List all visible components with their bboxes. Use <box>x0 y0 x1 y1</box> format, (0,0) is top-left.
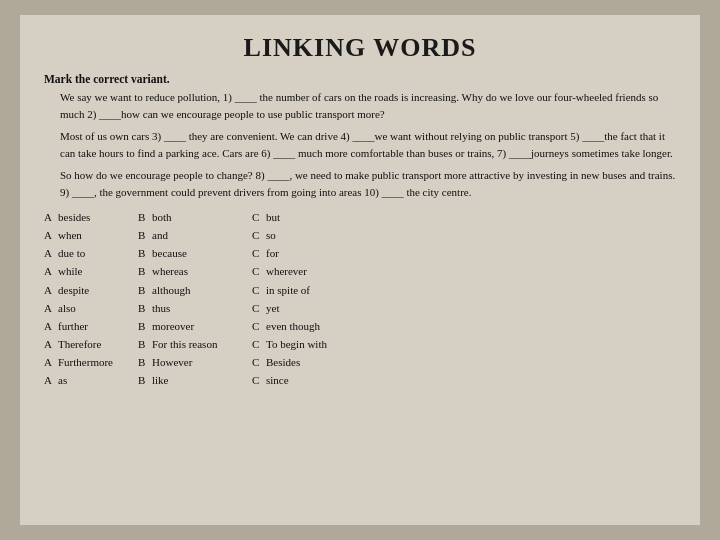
col-c-word: in spite of <box>266 281 330 299</box>
col-a-word: also <box>58 299 138 317</box>
col-b-label: B <box>138 335 152 353</box>
col-c-label: C <box>252 281 266 299</box>
col-c-word: but <box>266 208 330 226</box>
col-a-label: A <box>44 299 58 317</box>
col-b-label: B <box>138 299 152 317</box>
col-a-word: despite <box>58 281 138 299</box>
col-c-label: C <box>252 226 266 244</box>
col-b-word: like <box>152 371 252 389</box>
col-c-word: To begin with <box>266 335 330 353</box>
col-b-word: because <box>152 244 252 262</box>
col-c-label: C <box>252 299 266 317</box>
vocab-row: AdespiteBalthoughCin spite of <box>44 281 330 299</box>
col-a-word: as <box>58 371 138 389</box>
col-c-word: Besides <box>266 353 330 371</box>
col-b-label: B <box>138 281 152 299</box>
vocab-row: Adue toBbecauseCfor <box>44 244 330 262</box>
col-b-label: B <box>138 262 152 280</box>
col-c-word: for <box>266 244 330 262</box>
col-b-word: moreover <box>152 317 252 335</box>
page-title: LINKING WORDS <box>44 33 676 63</box>
col-c-word: wherever <box>266 262 330 280</box>
col-a-word: besides <box>58 208 138 226</box>
col-a-word: while <box>58 262 138 280</box>
col-c-word: yet <box>266 299 330 317</box>
col-a-label: A <box>44 371 58 389</box>
col-a-label: A <box>44 281 58 299</box>
col-c-word: since <box>266 371 330 389</box>
col-a-word: Furthermore <box>58 353 138 371</box>
col-c-label: C <box>252 335 266 353</box>
col-c-label: C <box>252 262 266 280</box>
col-c-label: C <box>252 371 266 389</box>
col-c-word: so <box>266 226 330 244</box>
col-b-label: B <box>138 371 152 389</box>
col-b-word: whereas <box>152 262 252 280</box>
col-c-word: even though <box>266 317 330 335</box>
col-b-word: However <box>152 353 252 371</box>
col-c-label: C <box>252 317 266 335</box>
col-c-label: C <box>252 244 266 262</box>
col-b-label: B <box>138 244 152 262</box>
col-a-label: A <box>44 353 58 371</box>
paragraph-2: Most of us own cars 3) ____ they are con… <box>44 128 676 161</box>
col-a-label: A <box>44 226 58 244</box>
vocab-row: AwhileBwhereasCwherever <box>44 262 330 280</box>
col-a-label: A <box>44 244 58 262</box>
vocab-row: AbesidesBbothCbut <box>44 208 330 226</box>
vocab-row: AasBlikeCsince <box>44 371 330 389</box>
vocab-row: AThereforeBFor this reasonCTo begin with <box>44 335 330 353</box>
vocab-row: AwhenBandCso <box>44 226 330 244</box>
col-b-word: and <box>152 226 252 244</box>
vocab-row: AfurtherBmoreoverCeven though <box>44 317 330 335</box>
col-a-label: A <box>44 335 58 353</box>
instruction-text: Mark the correct variant. <box>44 73 676 85</box>
col-b-label: B <box>138 226 152 244</box>
col-c-label: C <box>252 208 266 226</box>
col-c-label: C <box>252 353 266 371</box>
col-b-label: B <box>138 317 152 335</box>
col-a-word: Therefore <box>58 335 138 353</box>
col-b-word: both <box>152 208 252 226</box>
paragraph-3: So how do we encourage people to change?… <box>44 167 676 200</box>
col-a-word: due to <box>58 244 138 262</box>
col-b-word: thus <box>152 299 252 317</box>
vocab-table: AbesidesBbothCbutAwhenBandCsoAdue toBbec… <box>44 208 330 389</box>
col-b-label: B <box>138 208 152 226</box>
col-b-word: although <box>152 281 252 299</box>
col-b-word: For this reason <box>152 335 252 353</box>
paragraph-1: We say we want to reduce pollution, 1) _… <box>44 89 676 122</box>
col-a-label: A <box>44 208 58 226</box>
slide: LINKING WORDS Mark the correct variant. … <box>20 15 700 525</box>
col-a-label: A <box>44 317 58 335</box>
vocab-row: AalsoBthusCyet <box>44 299 330 317</box>
col-a-word: further <box>58 317 138 335</box>
col-a-word: when <box>58 226 138 244</box>
col-b-label: B <box>138 353 152 371</box>
col-a-label: A <box>44 262 58 280</box>
vocab-row: AFurthermoreBHoweverCBesides <box>44 353 330 371</box>
